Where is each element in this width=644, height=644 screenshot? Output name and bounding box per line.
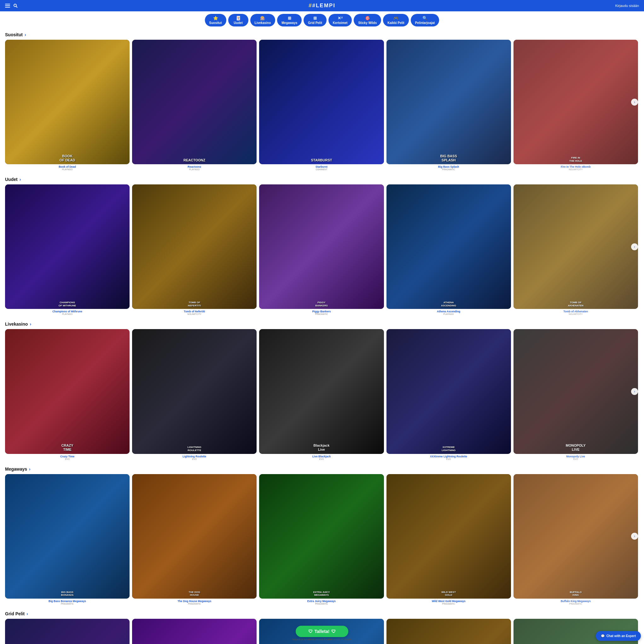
tab-grid-pelit[interactable]: ⊞ Grid Pelit bbox=[304, 14, 326, 26]
game-card-tomb-akh[interactable]: TOMB OFAKHENATEN › Tomb of Akhenaten NOL… bbox=[513, 184, 638, 315]
game-thumb-text: BIG BASSBONANZA bbox=[5, 591, 130, 597]
section-arrow-suositut[interactable]: › bbox=[25, 32, 26, 37]
hamburger-menu[interactable] bbox=[5, 4, 10, 8]
header-left bbox=[5, 3, 18, 8]
game-name: Tomb of Akhenaten bbox=[513, 310, 638, 313]
game-thumb-text: REACTOONZ bbox=[132, 158, 257, 162]
star-icon: ⭐ bbox=[213, 16, 218, 20]
tab-livekasino[interactable]: 🎰 Livekasino bbox=[250, 14, 276, 26]
game-card-piggy[interactable]: PIGGYBANKERS Piggy Bankers PRAGMATIC bbox=[259, 184, 384, 315]
game-thumb-text: CHAMPIONSOF MITHRUNE bbox=[5, 301, 130, 307]
target-icon: 🎯 bbox=[365, 16, 370, 20]
game-thumb-text: CRAZYTIME bbox=[5, 444, 130, 452]
next-arrow-suositut[interactable]: › bbox=[631, 99, 638, 106]
chat-expert-button[interactable]: 💬 Chat with an Expert bbox=[596, 631, 641, 641]
game-card-dog-house[interactable]: THE DOGHOUSE The Dog House Megaways PRAG… bbox=[132, 474, 257, 605]
game-name: Extra Juicy Megaways bbox=[259, 600, 384, 603]
next-arrow-uudet[interactable]: › bbox=[631, 243, 638, 250]
tab-kaikki-pelit[interactable]: 🎮 Kaikki Pelit bbox=[383, 14, 409, 26]
game-provider: OSHIMENT bbox=[259, 168, 384, 171]
game-provider: PRAGMATIC bbox=[5, 603, 130, 605]
game-thumb-text: BOOKOF DEAD bbox=[5, 154, 130, 162]
section-arrow-livekasino[interactable]: › bbox=[30, 322, 31, 327]
game-thumb-text: FIRE INTHE HOLE bbox=[513, 156, 638, 162]
game-card-lightning-roulette[interactable]: LIGHTNINGROULETTE Lightning Roulette EVO bbox=[132, 329, 257, 460]
game-name: XXXtreme Lightning Roulette bbox=[386, 455, 511, 458]
shield-icon: 🛡 bbox=[308, 629, 313, 634]
bottom-bar: 🛡 Talleta! 🛡 Nopeat ja turvalliset maksu… bbox=[0, 626, 644, 644]
game-thumb-text: WILD WESTGOLD bbox=[386, 591, 511, 597]
game-card-starburst[interactable]: STARBURST Starburst OSHIMENT bbox=[259, 40, 384, 171]
tab-kertoimet[interactable]: ✕² Kertoimet bbox=[328, 14, 352, 26]
game-name: Fire In The Hole xBomb bbox=[513, 165, 638, 168]
game-name: Big Bass Splash bbox=[386, 165, 511, 168]
game-name: Reactoonz bbox=[132, 165, 257, 168]
game-provider: PRAGMATIC bbox=[132, 603, 257, 605]
section-arrow-grid-pelit[interactable]: › bbox=[26, 611, 28, 616]
logo-hash: # bbox=[309, 3, 312, 9]
game-provider: PRAGMATIC bbox=[259, 313, 384, 315]
section-header-uudet: Uudet › bbox=[5, 177, 639, 182]
tab-sticky-wilds[interactable]: 🎯 Sticky Wilds bbox=[354, 14, 381, 26]
game-name: Wild West Gold Megaways bbox=[386, 600, 511, 603]
game-thumb-text: PIGGYBANKERS bbox=[259, 301, 384, 307]
game-card-extra-juicy[interactable]: EXTRA JUICYMEGAWAYS Extra Juicy Megaways… bbox=[259, 474, 384, 605]
provider-icon: 🔍 bbox=[422, 16, 427, 20]
game-card-monopoly[interactable]: MONOPOLYLIVE › Monopoly Live EVO bbox=[513, 329, 638, 460]
grid-icon: ⊞ bbox=[313, 16, 317, 20]
game-provider: PRAGMATIC bbox=[513, 603, 638, 605]
game-name: Book of Dead bbox=[5, 165, 130, 168]
game-provider: PLAYNGO bbox=[5, 168, 130, 171]
game-thumb-text: TOMB OFAKHENATEN bbox=[513, 301, 638, 307]
game-card-blackjack[interactable]: BlackjackLive Live Blackjack EVO bbox=[259, 329, 384, 460]
section-header-suositut: Suositut › bbox=[5, 32, 639, 37]
tab-uudet[interactable]: 🃏 Uudet bbox=[228, 14, 248, 26]
game-card-fire-in-hole[interactable]: FIRE INTHE HOLE › Fire In The Hole xBomb… bbox=[513, 40, 638, 171]
tab-suositut[interactable]: ⭐ Suositut bbox=[205, 14, 226, 26]
game-card-tomb-nefertiti[interactable]: TOMB OFNEFERTITI Tomb of Nefertiti NOLIM… bbox=[132, 184, 257, 315]
section-suositut: Suositut › BOOKOF DEAD Book of Dead PLAY… bbox=[5, 32, 639, 171]
game-card-bigbass-bonanza[interactable]: BIG BASSBONANZA Big Bass Bonanza Megaway… bbox=[5, 474, 130, 605]
game-provider: PRAGMATIC bbox=[386, 168, 511, 171]
header: ##LEMPI Kirjaudu sisään bbox=[0, 0, 644, 11]
next-arrow-livekasino[interactable]: › bbox=[631, 388, 638, 395]
section-arrow-uudet[interactable]: › bbox=[20, 177, 21, 182]
nav-tabs: ⭐ Suositut 🃏 Uudet 🎰 Livekasino ⊞ Megawa… bbox=[0, 11, 644, 29]
next-arrow-megaways[interactable]: › bbox=[631, 533, 638, 540]
svg-rect-2 bbox=[5, 7, 10, 8]
shield-icon2: 🛡 bbox=[331, 629, 336, 634]
game-thumb-text: BUFFALOKING bbox=[513, 591, 638, 597]
section-title-suositut: Suositut bbox=[5, 32, 23, 37]
section-title-livekasino: Livekasino bbox=[5, 322, 28, 327]
game-card-crazy-time[interactable]: CRAZYTIME Crazy Time EVO bbox=[5, 329, 130, 460]
section-uudet: Uudet › CHAMPIONSOF MITHRUNE Champions o… bbox=[5, 177, 639, 315]
megaways-icon: ⊞ bbox=[288, 16, 291, 20]
game-card-buffalo[interactable]: BUFFALOKING › Buffalo King Megaways PRAG… bbox=[513, 474, 638, 605]
game-provider: PLAYNGO bbox=[132, 168, 257, 171]
login-button[interactable]: Kirjaudu sisään bbox=[615, 4, 639, 8]
section-header-livekasino: Livekasino › bbox=[5, 322, 639, 327]
deposit-button[interactable]: 🛡 Talleta! 🛡 bbox=[296, 626, 349, 637]
game-provider: EVO bbox=[5, 458, 130, 460]
tab-megaways[interactable]: ⊞ Megaways bbox=[277, 14, 302, 26]
tab-pelintarjoajat[interactable]: 🔍 Pelintarjoajat bbox=[411, 14, 439, 26]
game-thumb-text: STARBURST bbox=[259, 158, 384, 162]
section-megaways: Megaways › BIG BASSBONANZA Big Bass Bona… bbox=[5, 467, 639, 605]
game-thumb-text: EXTRA JUICYMEGAWAYS bbox=[259, 591, 384, 597]
game-name: Athena Ascending bbox=[386, 310, 511, 313]
trustly-brand: Trustly bbox=[344, 638, 352, 641]
game-card-wild-west[interactable]: WILD WESTGOLD Wild West Gold Megaways PR… bbox=[386, 474, 511, 605]
game-card-athena[interactable]: ATHENAASCENDING Athena Ascending PLAYNGO bbox=[386, 184, 511, 315]
game-card-book-of-dead[interactable]: BOOKOF DEAD Book of Dead PLAYNGO bbox=[5, 40, 130, 171]
section-arrow-megaways[interactable]: › bbox=[29, 467, 31, 472]
game-card-xxtreme[interactable]: XXTREMELIGHTNING XXXtreme Lightning Roul… bbox=[386, 329, 511, 460]
game-provider: EVO bbox=[386, 458, 511, 460]
game-card-big-bass[interactable]: BIG BASSSPLASH Big Bass Splash PRAGMATIC bbox=[386, 40, 511, 171]
game-provider: PRAGMATIC bbox=[386, 603, 511, 605]
game-name: Piggy Bankers bbox=[259, 310, 384, 313]
search-button[interactable] bbox=[13, 3, 18, 8]
game-card-champions[interactable]: CHAMPIONSOF MITHRUNE Champions of Mithru… bbox=[5, 184, 130, 315]
game-provider: EVO bbox=[513, 458, 638, 460]
section-title-uudet: Uudet bbox=[5, 177, 18, 182]
game-card-reactoonz[interactable]: REACTOONZ Reactoonz PLAYNGO bbox=[132, 40, 257, 171]
